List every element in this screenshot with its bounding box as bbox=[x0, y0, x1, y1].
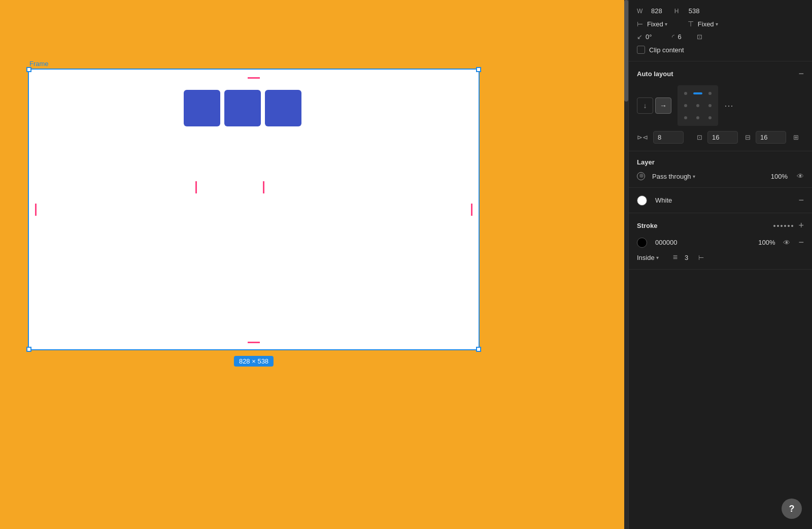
gap-icon: ⊳⊲ bbox=[637, 134, 648, 141]
corner-radius-icon: ◜ bbox=[672, 33, 674, 41]
align-dot-mr bbox=[708, 104, 712, 107]
padding-v-input[interactable] bbox=[756, 131, 786, 144]
direction-right-btn[interactable]: → bbox=[655, 97, 671, 114]
fill-section: White − bbox=[629, 188, 812, 213]
corner-radius-value: 6 bbox=[678, 33, 681, 41]
align-marker-right bbox=[471, 204, 472, 216]
align-marker-mid2 bbox=[263, 181, 264, 193]
help-button[interactable]: ? bbox=[782, 499, 802, 519]
w-label: W bbox=[637, 8, 646, 15]
direction-buttons: ↓ → bbox=[637, 97, 671, 114]
frame-label: Frame bbox=[29, 60, 49, 68]
handle-bottom-right[interactable] bbox=[476, 347, 481, 352]
stroke-color-swatch[interactable] bbox=[637, 238, 647, 248]
rotation-icon: ↙ bbox=[637, 33, 642, 41]
clip-content-checkbox[interactable] bbox=[637, 46, 645, 54]
scrollbar-strip bbox=[624, 0, 628, 529]
fill-remove-btn[interactable]: − bbox=[798, 195, 804, 206]
layer-blend-row: Pass through ▾ 100% 👁 bbox=[637, 172, 804, 180]
clip-content-label: Clip content bbox=[649, 46, 684, 54]
rotation-value: 0° bbox=[646, 33, 652, 41]
right-panel: W 828 H 538 ⊢ Fixed ▾ ⊤ Fixed ▾ ↙ 0° bbox=[628, 0, 812, 529]
stroke-section: Stroke + 000000 100% 👁 − bbox=[629, 213, 812, 270]
frame-container[interactable]: 828 × 538 bbox=[28, 69, 480, 350]
constraint-horizontal-dropdown[interactable]: Fixed ▾ bbox=[647, 20, 667, 28]
handle-top-left[interactable] bbox=[26, 67, 31, 72]
constraint-h-chevron: ▾ bbox=[665, 21, 667, 27]
align-dot-bl bbox=[684, 116, 687, 119]
stroke-remove-btn[interactable]: − bbox=[798, 237, 804, 248]
padding-h-icon: ⊡ bbox=[697, 134, 702, 141]
height-field[interactable]: H 538 bbox=[674, 7, 700, 15]
opacity-value: 100% bbox=[771, 173, 788, 180]
h-label: H bbox=[674, 8, 684, 15]
blue-box-3[interactable] bbox=[265, 90, 301, 126]
align-dot-tl bbox=[684, 92, 687, 95]
align-dot-br bbox=[708, 116, 712, 119]
align-dot-center bbox=[696, 104, 699, 107]
blue-box-2[interactable] bbox=[224, 90, 261, 126]
canvas-stacking-icon: ⊞ bbox=[793, 134, 799, 141]
stroke-style-icon[interactable] bbox=[773, 225, 793, 227]
fill-row: White − bbox=[637, 195, 804, 206]
blend-mode-icon bbox=[637, 172, 645, 180]
w-value: 828 bbox=[651, 7, 662, 15]
blue-box-1[interactable] bbox=[184, 90, 220, 126]
help-icon: ? bbox=[789, 504, 795, 514]
blend-mode-dropdown[interactable]: Pass through ▾ bbox=[652, 173, 695, 180]
gap-row: ⊳⊲ ⊡ ⊟ ⊞ bbox=[637, 131, 804, 144]
align-marker-left bbox=[35, 204, 37, 216]
blend-mode-value: Pass through bbox=[652, 173, 691, 180]
align-marker-mid1 bbox=[195, 181, 197, 193]
stroke-opacity-value: 100% bbox=[758, 239, 775, 246]
layer-title: Layer bbox=[637, 158, 655, 166]
scrollbar-thumb[interactable] bbox=[624, 0, 628, 102]
h-value: 538 bbox=[689, 7, 700, 15]
stroke-add-btn[interactable]: + bbox=[798, 220, 804, 231]
stroke-width-value: 3 bbox=[685, 254, 688, 261]
canvas-area: Frame 828 × 538 bbox=[0, 0, 628, 529]
constraint-v-chevron: ▾ bbox=[716, 21, 718, 27]
align-marker-top bbox=[248, 77, 260, 79]
auto-layout-title: Auto layout bbox=[637, 70, 673, 78]
boxes-container bbox=[184, 90, 301, 126]
stroke-hex-value: 000000 bbox=[655, 239, 677, 246]
stroke-visibility-toggle[interactable]: 👁 bbox=[783, 239, 790, 247]
dimensions-section: W 828 H 538 ⊢ Fixed ▾ ⊤ Fixed ▾ ↙ 0° bbox=[629, 0, 812, 61]
layer-section: Layer Pass through ▾ 100% 👁 bbox=[629, 151, 812, 188]
stroke-title: Stroke bbox=[637, 222, 657, 229]
direction-down-btn[interactable]: ↓ bbox=[637, 97, 653, 114]
padding-h-input[interactable] bbox=[707, 131, 738, 144]
constraint-horizontal-value: Fixed bbox=[647, 20, 663, 28]
align-marker-bottom bbox=[248, 342, 260, 343]
auto-layout-more-options[interactable]: ⋯ bbox=[724, 100, 734, 111]
stroke-position-row: Inside ▾ ≡ 3 ⊢ bbox=[637, 253, 804, 262]
gap-input[interactable] bbox=[653, 131, 684, 144]
layer-visibility-toggle[interactable]: 👁 bbox=[797, 172, 804, 180]
constraint-v-icon: ⊤ bbox=[688, 20, 694, 28]
auto-layout-section: Auto layout − ↓ → ⋯ bbox=[629, 61, 812, 151]
stroke-lines-icon: ≡ bbox=[673, 253, 678, 262]
dimension-label: 828 × 538 bbox=[234, 356, 274, 367]
align-bar-top bbox=[693, 92, 702, 94]
stroke-cap-icon: ⊢ bbox=[698, 254, 704, 261]
blend-mode-chevron: ▾ bbox=[693, 174, 695, 179]
stroke-position-chevron: ▾ bbox=[656, 255, 659, 260]
constraint-vertical-value: Fixed bbox=[698, 20, 714, 28]
stroke-color-row: 000000 100% 👁 − bbox=[637, 237, 804, 248]
constraint-h-icon: ⊢ bbox=[637, 20, 643, 28]
stroke-position-dropdown[interactable]: Inside ▾ bbox=[637, 254, 659, 261]
handle-top-right[interactable] bbox=[476, 67, 481, 72]
auto-layout-remove-icon[interactable]: − bbox=[798, 69, 804, 79]
align-dot-tr bbox=[708, 92, 712, 95]
alignment-grid[interactable] bbox=[678, 85, 718, 126]
align-dot-bm bbox=[696, 116, 699, 119]
fill-color-swatch[interactable] bbox=[637, 195, 647, 206]
handle-bottom-left[interactable] bbox=[26, 347, 31, 352]
clip-icon: ⊡ bbox=[697, 33, 702, 41]
fill-color-name: White bbox=[655, 196, 672, 204]
width-field[interactable]: W 828 bbox=[637, 7, 662, 15]
clip-content-row: Clip content bbox=[637, 46, 804, 54]
padding-v-icon: ⊟ bbox=[745, 134, 751, 141]
constraint-vertical-dropdown[interactable]: Fixed ▾ bbox=[698, 20, 718, 28]
